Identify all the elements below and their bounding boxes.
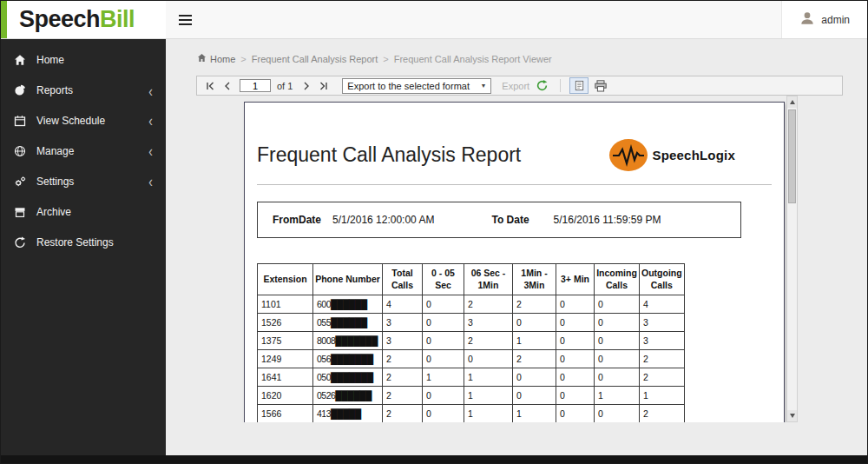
chevron-left-icon: ‹ <box>148 173 153 189</box>
brand-text: SpeechBill <box>19 6 135 33</box>
sidebar-item-manage[interactable]: Manage ‹ <box>1 136 166 166</box>
table-header-cell: Phone Number <box>313 264 383 295</box>
logo-text: SpeechLogix <box>652 148 735 162</box>
viewer-toolbar: of 1 Export to the selected format ▼ Exp… <box>196 76 843 96</box>
table-cell-phone: 0526██████ <box>313 387 383 405</box>
table-cell-extension: 1566 <box>258 405 313 422</box>
date-range-box: FromDate 5/1/2016 12:00:00 AM To Date 5/… <box>257 202 741 238</box>
scrollbar-thumb[interactable] <box>788 109 796 203</box>
table-cell-incoming: 0 <box>595 350 640 368</box>
sidebar-item-reports[interactable]: Reports ‹ <box>1 75 166 105</box>
table-cell-extension: 1101 <box>258 295 313 314</box>
table-body: 1101 600██████ 4 0 2 2 0 0 <box>258 295 685 422</box>
table-cell-phone: 056███████ <box>313 350 383 368</box>
table-cell-3plus-min: 0 <box>556 332 595 350</box>
table-cell-phone: 413█████ <box>313 405 383 422</box>
table-cell-outgoing: 2 <box>640 405 685 422</box>
report-page: Frequent Call Analysis Report SpeechLogi… <box>244 102 785 422</box>
export-button[interactable]: Export <box>502 81 529 91</box>
breadcrumb: Home > Frequent Call Analysis Report > F… <box>197 53 867 64</box>
sidebar-item-restore-settings[interactable]: Restore Settings <box>1 227 166 257</box>
page-number-input[interactable] <box>240 79 271 92</box>
table-cell-3plus-min: 0 <box>556 350 595 368</box>
table-cell-1min-3min: 0 <box>513 368 556 387</box>
table-row: 1620 0526██████ 2 0 1 0 0 1 <box>258 387 685 405</box>
next-page-button[interactable] <box>299 78 313 93</box>
table-cell-0-05sec: 0 <box>423 387 464 405</box>
table-row: 1526 055██████ 3 0 3 0 0 0 <box>258 314 685 332</box>
app-window: SpeechBill admin Home Reports ‹ <box>0 0 868 464</box>
table-cell-3plus-min: 0 <box>556 387 595 405</box>
table-cell-0-05sec: 1 <box>423 368 464 387</box>
sidebar-item-label: Reports <box>36 84 73 96</box>
table-cell-0-05sec: 0 <box>423 350 464 368</box>
last-page-button[interactable] <box>316 78 331 93</box>
table-cell-0-05sec: 0 <box>423 295 464 314</box>
table-cell-3plus-min: 0 <box>556 314 595 332</box>
table-header-cell: 1Min - 3Min <box>513 264 556 295</box>
table-row: 1641 050███████ 2 1 1 0 0 0 <box>258 368 685 387</box>
table-cell-extension: 1526 <box>258 314 313 332</box>
table-row: 1101 600██████ 4 0 2 2 0 0 <box>258 295 685 314</box>
sidebar-item-archive[interactable]: Archive <box>1 196 166 227</box>
pie-chart-icon <box>14 84 28 96</box>
table-cell-06sec-1min: 3 <box>464 314 513 332</box>
table-cell-phone: 055██████ <box>313 314 383 332</box>
vertical-scrollbar[interactable] <box>786 96 798 422</box>
table-header-cell: 0 - 05 Sec <box>423 264 464 295</box>
restore-refresh-icon <box>14 236 28 249</box>
table-cell-outgoing: 1 <box>640 387 685 405</box>
table-cell-0-05sec: 0 <box>423 332 464 350</box>
print-button[interactable] <box>591 77 610 94</box>
sidebar-item-settings[interactable]: Settings ‹ <box>1 166 166 196</box>
table-cell-0-05sec: 0 <box>423 405 464 422</box>
hamburger-menu-icon[interactable] <box>166 1 204 38</box>
brand-part1: Speech <box>19 6 100 32</box>
table-row: 1375 8008███████ 3 0 2 1 0 0 <box>258 332 685 350</box>
table-cell-incoming: 0 <box>595 314 640 332</box>
table-cell-outgoing: 2 <box>640 350 685 368</box>
table-cell-extension: 1620 <box>258 387 313 405</box>
sidebar: Home Reports ‹ View Schedule ‹ Manage ‹ … <box>1 39 166 455</box>
header-divider <box>257 184 772 185</box>
table-cell-1min-3min: 0 <box>513 387 556 405</box>
admin-menu[interactable]: admin <box>781 1 867 38</box>
table-cell-outgoing: 3 <box>640 314 685 332</box>
first-page-button[interactable] <box>202 78 217 93</box>
sidebar-item-view-schedule[interactable]: View Schedule ‹ <box>1 105 166 136</box>
export-format-select[interactable]: Export to the selected format ▼ <box>342 78 491 94</box>
to-date-value: 5/16/2016 11:59:59 PM <box>554 214 661 226</box>
from-date-label: FromDate <box>273 214 321 226</box>
calendar-icon <box>14 115 28 127</box>
table-cell-extension: 1641 <box>258 368 313 387</box>
print-layout-button[interactable] <box>569 77 589 94</box>
home-icon <box>197 53 207 64</box>
sidebar-item-home[interactable]: Home <box>1 44 166 75</box>
table-cell-incoming: 0 <box>595 332 640 350</box>
breadcrumb-separator: > <box>383 54 388 64</box>
table-cell-extension: 1375 <box>258 332 313 350</box>
table-header-row: ExtensionPhone NumberTotal Calls0 - 05 S… <box>258 264 685 295</box>
breadcrumb-home[interactable]: Home <box>197 53 235 64</box>
toolbar-separator <box>560 79 561 92</box>
sidebar-item-label: Restore Settings <box>36 236 114 249</box>
table-cell-06sec-1min: 2 <box>464 295 513 314</box>
scroll-down-arrow[interactable] <box>787 410 797 421</box>
report-title: Frequent Call Analysis Report <box>257 143 521 167</box>
table-cell-incoming: 0 <box>595 368 640 387</box>
table-cell-1min-3min: 2 <box>513 295 556 314</box>
sidebar-item-label: Home <box>36 54 64 66</box>
previous-page-button[interactable] <box>220 78 234 93</box>
table-header-cell: Outgoing Calls <box>640 264 685 295</box>
table-cell-total: 2 <box>383 405 423 422</box>
refresh-button[interactable] <box>532 77 551 94</box>
breadcrumb-report[interactable]: Frequent Call Analysis Report <box>252 54 378 64</box>
table-cell-0-05sec: 0 <box>423 314 464 332</box>
table-row: 1249 056███████ 2 0 0 2 0 0 <box>258 350 685 368</box>
table-cell-outgoing: 4 <box>640 295 685 314</box>
table-header-cell: Extension <box>258 264 313 295</box>
top-header: SpeechBill admin <box>1 1 867 39</box>
footer-bar <box>1 455 867 463</box>
table-header-cell: Total Calls <box>383 264 423 295</box>
scroll-up-arrow[interactable] <box>787 96 797 108</box>
